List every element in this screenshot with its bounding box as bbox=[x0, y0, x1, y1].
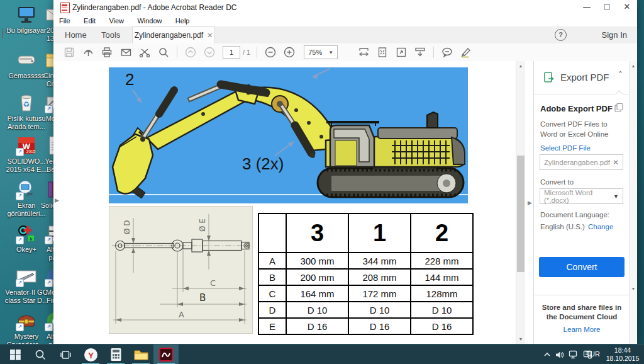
print-button[interactable] bbox=[97, 45, 116, 60]
panel-description: Convert PDF Files to Word or Excel Onlin… bbox=[540, 119, 622, 139]
treasure-chest-icon: ↗ bbox=[16, 310, 37, 331]
collapse-chevron-icon[interactable]: ⌃ bbox=[618, 70, 623, 78]
mobile-app-icon[interactable] bbox=[2, 28, 3, 38]
tab-tools[interactable]: Tools bbox=[97, 26, 124, 43]
fullscreen-button[interactable] bbox=[392, 45, 411, 60]
zoom-level-select[interactable]: 75% ▼ bbox=[304, 45, 338, 59]
divider bbox=[534, 295, 630, 295]
svg-text:Y: Y bbox=[88, 350, 94, 360]
taskbar-calculator-button[interactable] bbox=[103, 344, 128, 364]
panel-heading: Adobe Export PDF bbox=[540, 104, 613, 113]
desktop-icon-venator[interactable]: ↗ Venator-II GC class Star D... bbox=[3, 266, 50, 305]
highlighter-button[interactable] bbox=[457, 45, 475, 60]
menu-window[interactable]: Window bbox=[137, 15, 162, 26]
svg-text:♻: ♻ bbox=[23, 100, 30, 109]
shortcut-arrow-icon: ↗ bbox=[16, 323, 24, 331]
taskbar-clock[interactable]: 18:44 18.10.2015 bbox=[604, 346, 641, 363]
menu-file[interactable]: File bbox=[59, 15, 70, 26]
tray-volume[interactable] bbox=[555, 344, 565, 364]
desktop-icon-ekran-goruntuleri[interactable]: ✂ ↗ Ekran görüntüleri... bbox=[3, 179, 50, 218]
format-select[interactable]: Microsoft Word (*.docx) ▼ bbox=[540, 188, 623, 204]
dim-a-label: A bbox=[179, 310, 184, 319]
table-header-1: 1 bbox=[348, 213, 411, 253]
recycle-bin-icon: ♻ bbox=[16, 92, 37, 113]
snapshot-cut-button[interactable] bbox=[135, 45, 154, 60]
scroll-down-icon[interactable]: ▼ bbox=[630, 287, 637, 291]
maximize-button[interactable]: □ bbox=[597, 0, 617, 15]
change-language-link[interactable]: Change bbox=[588, 223, 613, 230]
desktop-icon-okey-plus[interactable]: k ↗ Okey+ bbox=[3, 223, 50, 254]
menu-bar: File Edit View Window Help bbox=[53, 15, 637, 26]
clear-file-icon[interactable]: ✕ bbox=[613, 158, 619, 167]
menu-edit[interactable]: Edit bbox=[84, 15, 96, 26]
tab-document[interactable]: Zylinderangaben.pdf✕ bbox=[132, 26, 215, 43]
taskbar-explorer-button[interactable] bbox=[128, 344, 153, 364]
desktop-icon-gemasssss[interactable]: Gemasssss bbox=[3, 49, 50, 80]
dim-e-label: Ø E bbox=[198, 219, 207, 232]
learn-more-link[interactable]: Learn More bbox=[534, 326, 630, 333]
snipping-tool-icon: ✂ ↗ bbox=[16, 179, 37, 200]
search-icon bbox=[35, 349, 46, 360]
panel-scrollbar[interactable]: ▲ ▼ bbox=[629, 61, 637, 344]
sign-in-button[interactable]: Sign In bbox=[602, 29, 627, 42]
fit-page-button[interactable] bbox=[373, 45, 392, 60]
table-row: A300 mm344 mm228 mm bbox=[258, 253, 473, 269]
spec-table: 3 1 2 A300 mm344 mm228 mm B200 mm208 mm1… bbox=[258, 213, 474, 335]
email-button[interactable] bbox=[116, 45, 135, 60]
minimize-button[interactable]: — bbox=[577, 0, 597, 15]
dim-d-label: Ø D bbox=[123, 220, 131, 235]
desktop-icon-recycle-bin[interactable]: ♻ Pislik kutusu Arada tem... bbox=[3, 92, 50, 131]
language-indicator[interactable]: TUR bbox=[586, 350, 600, 358]
comment-button[interactable] bbox=[438, 45, 457, 60]
callout-3-label: 3 (2x) bbox=[242, 154, 284, 173]
title-bar[interactable]: Zylinderangaben.pdf - Adobe Acrobat Read… bbox=[53, 0, 637, 16]
document-language-label: Document Language: bbox=[540, 211, 609, 219]
document-pane[interactable]: 2 3 (2x) bbox=[53, 61, 533, 344]
task-view-button[interactable] bbox=[53, 344, 78, 364]
taskbar: Y TUR 18:44 18.10.2015 bbox=[0, 344, 644, 364]
presentation-mode-button[interactable] bbox=[411, 45, 430, 60]
close-tab-icon[interactable]: ✕ bbox=[207, 31, 213, 39]
start-button[interactable] bbox=[3, 344, 28, 364]
page-total-label: / 1 bbox=[243, 48, 250, 56]
scrollbar-thumb[interactable] bbox=[517, 156, 525, 272]
zoom-out-button[interactable] bbox=[261, 45, 280, 60]
show-nav-pane-icon[interactable]: ▶ bbox=[55, 197, 59, 203]
menu-view[interactable]: View bbox=[109, 15, 124, 26]
scroll-down-icon[interactable]: ▼ bbox=[516, 337, 525, 341]
callout-2-label: 2 bbox=[125, 70, 134, 89]
svg-text:✂: ✂ bbox=[27, 190, 34, 199]
share-upload-button[interactable] bbox=[79, 45, 97, 60]
shortcut-arrow-icon: ↗ bbox=[16, 236, 24, 244]
tray-chevron[interactable] bbox=[543, 344, 551, 364]
desktop-icon-mystery-crusaders[interactable]: ↗ Mystery Crusaders ... bbox=[3, 310, 50, 349]
menu-help[interactable]: Help bbox=[175, 15, 190, 26]
desktop-icon-this-pc[interactable]: Bu bilgisayar bbox=[3, 4, 50, 35]
show-tools-pane-icon[interactable]: ▶ bbox=[528, 200, 532, 206]
shortcut-arrow-icon: ↗ bbox=[16, 192, 24, 200]
document-vertical-scrollbar[interactable]: ▲ ▼ bbox=[516, 61, 525, 344]
table-row: C164 mm172 mm128mm bbox=[258, 285, 473, 302]
selected-file-field[interactable]: Zylinderangaben.pdf ✕ bbox=[540, 154, 623, 170]
close-button[interactable]: ✕ bbox=[617, 0, 637, 15]
zoom-in-button[interactable] bbox=[280, 45, 299, 60]
scroll-up-icon[interactable]: ▲ bbox=[516, 64, 525, 68]
tab-home[interactable]: Home bbox=[61, 26, 91, 43]
taskbar-yandex-button[interactable]: Y bbox=[78, 344, 103, 364]
taskbar-search-button[interactable] bbox=[28, 344, 53, 364]
desktop-icon-solidworks[interactable]: W2015 ↗ SOLIDWO... 2015 x64 E... bbox=[3, 135, 50, 174]
page-number-input[interactable] bbox=[223, 46, 240, 59]
scroll-up-icon[interactable]: ▲ bbox=[630, 64, 637, 68]
next-page-button[interactable] bbox=[200, 45, 219, 60]
tray-network[interactable] bbox=[569, 344, 579, 364]
convert-button[interactable]: Convert bbox=[539, 257, 625, 277]
previous-page-button[interactable] bbox=[181, 45, 200, 60]
search-icon[interactable] bbox=[154, 45, 173, 60]
fit-width-button[interactable] bbox=[354, 45, 373, 60]
shortcut-arrow-icon: ↗ bbox=[16, 148, 24, 156]
excavator-figure: 2 3 (2x) bbox=[109, 67, 468, 203]
save-button[interactable] bbox=[60, 45, 79, 60]
select-pdf-file-link[interactable]: Select PDF File bbox=[540, 144, 591, 152]
help-icon[interactable]: ? bbox=[555, 29, 567, 41]
taskbar-acrobat-button[interactable] bbox=[153, 344, 179, 364]
